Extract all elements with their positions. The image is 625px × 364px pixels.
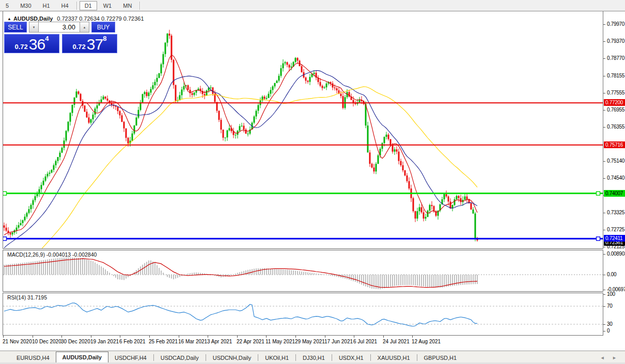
date-tick [33, 336, 33, 338]
volume-increase-button[interactable]: ▴ [80, 22, 89, 33]
date-tick [383, 336, 384, 338]
tab-divider [258, 354, 258, 361]
support-line-0.72411-handle[interactable] [597, 237, 600, 241]
sell-price-big: 36 [29, 37, 45, 52]
chart-tab-USDCHF[interactable]: USDCHF,H4 [108, 353, 153, 363]
tab-divider [295, 354, 296, 361]
date-label: 21 Nov 2020 [3, 339, 32, 344]
date-tick [237, 336, 238, 338]
buy-button[interactable]: BUY [91, 22, 115, 33]
date-tick [149, 336, 150, 338]
date-label: 25 Feb 2021 [149, 339, 178, 344]
date-tick [354, 336, 354, 338]
axis-tick-label: 0.72725 [607, 227, 624, 232]
buy-price-prefix: 0.72 [73, 42, 86, 52]
chart-tab-USDCAD[interactable]: USDCAD,Daily [154, 353, 205, 363]
axis-tick-label: 0.78155 [607, 73, 624, 78]
support-line-0.72411-handle[interactable] [3, 237, 7, 241]
resistance-line-0.75716-price-label: 0.75716 [604, 141, 625, 148]
buy-price-big: 37 [87, 37, 103, 52]
ohlc-values: 0.72337 0.72634 0.72279 0.72361 [57, 15, 144, 22]
rsi-line [4, 303, 477, 326]
tab-scroll-arrows[interactable]: ◄ ► [600, 355, 620, 360]
chart-tab-XAUUSD[interactable]: XAUUSD,H1 [371, 353, 416, 363]
axis-tick-label: 70 [607, 303, 613, 309]
one-click-trade-panel: SELL ▾ 3.00 ▴ BUY 0.72 36 4 0.72 37 8 [4, 22, 119, 53]
symbol-marker-icon: ▲ [7, 17, 11, 21]
axis-tick-label: 0.77555 [607, 90, 624, 96]
date-tick [3, 336, 4, 338]
date-tick [325, 336, 325, 338]
timeframe-button-M30[interactable]: M30 [15, 1, 36, 10]
rsi-label: RSI(14) 31.7195 [7, 294, 47, 300]
chart-tab-AUDUSD[interactable]: AUDUSD,Daily [56, 352, 108, 363]
sell-button[interactable]: SELL [4, 22, 27, 33]
date-tick [208, 336, 208, 338]
axis-tick [603, 24, 605, 25]
chart-tab-USDX[interactable]: USDX,H1 [333, 353, 370, 363]
macd-signal-line [4, 259, 477, 288]
chart-tab-DJ30[interactable]: DJ30,H1 [296, 353, 331, 363]
support-line-0.72411-price-label: 0.72411 [604, 235, 625, 242]
date-tick [179, 336, 179, 338]
support-line-0.74007-price-label: 0.74007 [604, 190, 625, 197]
axis-tick-label: 100 [607, 291, 615, 297]
chart-tab-USDCNH[interactable]: USDCNH,Daily [207, 353, 258, 363]
chart-tab-UKOil[interactable]: UKOil,H1 [259, 353, 295, 363]
support-line-0.74007-handle[interactable] [597, 192, 600, 195]
axis-tick-label: 0.76355 [607, 124, 624, 130]
axis-tick-label: 0 [607, 328, 610, 334]
axis-tick [603, 306, 605, 307]
axis-tick-label: 0.008903 [607, 251, 625, 257]
axis-tick-label: 0.79370 [607, 38, 624, 44]
sell-quote-button[interactable]: 0.72 36 4 [4, 34, 59, 53]
buy-quote-button[interactable]: 0.72 37 8 [62, 34, 117, 53]
axis-tick [603, 275, 605, 275]
date-tick [295, 336, 296, 338]
axis-tick [603, 247, 605, 247]
date-label: 17 Jun 2021 [324, 339, 353, 344]
timeframe-button-5[interactable]: 5 [1, 1, 14, 10]
volume-decrease-button[interactable]: ▾ [29, 22, 39, 33]
buy-price-pip: 8 [103, 36, 106, 41]
date-tick [91, 336, 91, 338]
axis-tick [603, 58, 605, 59]
ma-20-line [4, 71, 477, 248]
sell-price-prefix: 0.72 [15, 42, 28, 52]
date-label: 16 Mar 2021 [178, 339, 207, 344]
rsi-pane[interactable] [3, 293, 603, 335]
timeframe-button-D1[interactable]: D1 [80, 1, 97, 10]
date-label: 6 Jul 2021 [353, 339, 377, 344]
axis-tick-label: 0.75140 [607, 158, 624, 164]
axis-tick [603, 127, 605, 128]
axis-tick-label: 0.79970 [607, 21, 624, 27]
axis-tick-label: 30 [607, 321, 613, 327]
toolbar-separator [139, 2, 140, 10]
chart-tab-EURUSD[interactable]: EURUSD,H4 [10, 353, 56, 363]
axis-tick [603, 294, 605, 295]
timeframe-button-MN[interactable]: MN [118, 1, 137, 10]
timeframe-button-H4[interactable]: H4 [56, 1, 74, 10]
macd-label: MACD(12,26,9) -0.004013 -0.002840 [7, 251, 97, 258]
date-label: 30 Dec 2020 [61, 339, 90, 344]
timeframe-button-H1[interactable]: H1 [38, 1, 55, 10]
date-label: 6 Feb 2021 [119, 339, 146, 344]
volume-input[interactable]: 3.00 [39, 22, 80, 33]
symbol-name: AUDUSD,Daily [13, 15, 53, 22]
axis-tick [603, 178, 605, 179]
chart-tab-bar: EURUSD,H4AUDUSD,DailyUSDCHF,H4USDCAD,Dai… [0, 351, 625, 363]
ma-55-line [4, 87, 477, 248]
date-label: 3 Apr 2021 [207, 339, 232, 344]
tab-divider [332, 354, 332, 361]
date-tick [120, 336, 120, 338]
date-label: 11 May 2021 [265, 339, 295, 344]
tab-divider [153, 354, 154, 361]
timeframe-button-W1[interactable]: W1 [98, 1, 117, 10]
support-line-0.74007-handle[interactable] [3, 192, 7, 195]
date-tick [266, 336, 267, 338]
chart-tab-GBPUSD[interactable]: GBPUSD,H1 [418, 353, 463, 363]
axis-tick [603, 331, 605, 331]
date-tick [412, 336, 413, 338]
axis-tick [603, 254, 605, 255]
axis-tick-label: 0.00 [607, 272, 616, 277]
